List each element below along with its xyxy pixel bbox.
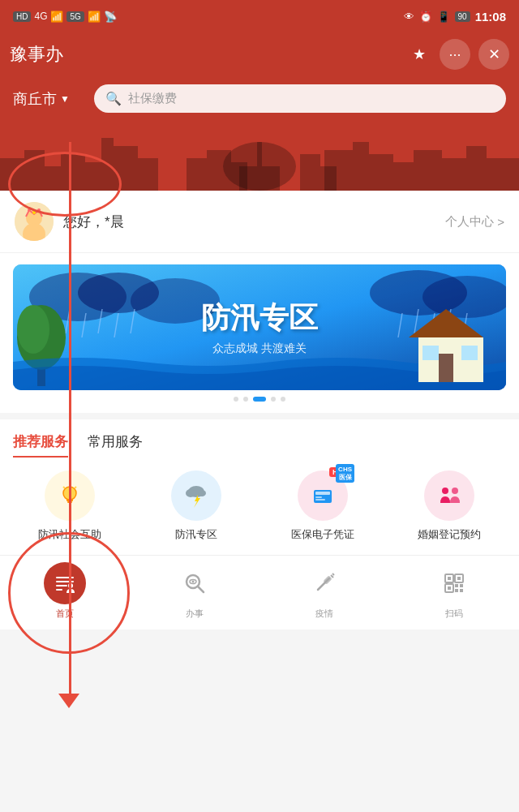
profile-link-text: 个人中心: [445, 214, 494, 230]
svg-point-28: [28, 208, 31, 212]
status-right: 👁 ⏰ 📱 90 11:08: [404, 10, 507, 24]
svg-point-66: [198, 490, 206, 496]
browser-title: 豫事办: [10, 42, 63, 67]
tab-common[interactable]: 常用服务: [88, 432, 143, 458]
svg-point-75: [452, 488, 458, 494]
svg-rect-59: [67, 501, 72, 503]
svg-point-29: [32, 211, 36, 214]
service-item-flood-zone[interactable]: 防汛专区: [139, 470, 253, 542]
svg-point-30: [37, 208, 41, 212]
svg-rect-53: [439, 354, 453, 382]
dot-2: [243, 397, 248, 402]
avatar: [15, 202, 54, 241]
services-grid: 防汛社会互助 防汛专区: [13, 470, 506, 555]
eye-icon: 👁: [404, 11, 414, 23]
svg-point-73: [436, 483, 462, 509]
svg-rect-79: [56, 589, 62, 591]
banner-area: 防汛专区 众志成城 共渡难关: [0, 253, 519, 413]
svg-rect-58: [66, 499, 73, 501]
services-tabs: 推荐服务 常用服务: [13, 432, 506, 458]
user-card: 您好，*晨 个人中心 >: [0, 191, 519, 253]
dropdown-arrow-icon: ▼: [60, 93, 70, 105]
banner-dots: [13, 397, 506, 402]
svg-line-82: [198, 586, 204, 592]
more-button[interactable]: ···: [440, 39, 470, 70]
nav-icon-search: [174, 562, 216, 604]
svg-rect-3: [45, 166, 61, 191]
services-section: 推荐服务 常用服务 防汛社会互助: [0, 419, 519, 555]
svg-rect-77: [56, 581, 74, 582]
svg-line-62: [63, 487, 65, 488]
nav-label-search: 办事: [186, 608, 204, 620]
service-icon-marriage: [424, 470, 474, 521]
service-item-marriage[interactable]: 婚姻登记预约: [392, 470, 506, 542]
dot-3-active: [253, 397, 266, 402]
search-placeholder-text: 社保缴费: [128, 91, 177, 106]
service-item-medical[interactable]: HOT CHS医保 医保电子凭证: [266, 470, 380, 542]
banner-sub-text: 众志成城 共渡难关: [212, 342, 307, 356]
svg-rect-76: [56, 577, 74, 578]
nav-item-home[interactable]: 首页: [0, 562, 130, 620]
star-button[interactable]: ★: [407, 42, 431, 67]
svg-rect-1: [0, 158, 24, 191]
svg-rect-20: [187, 158, 207, 191]
svg-rect-97: [455, 589, 458, 592]
svg-rect-19: [257, 142, 262, 166]
svg-rect-71: [315, 496, 322, 498]
app-header: 商丘市 ▼ 🔍 社保缴费: [0, 76, 519, 126]
svg-rect-5: [85, 162, 101, 191]
skyline-svg: [0, 126, 519, 191]
svg-rect-14: [442, 158, 466, 191]
svg-rect-8: [138, 158, 158, 191]
profile-link-arrow-icon: >: [497, 215, 504, 229]
svg-point-65: [186, 489, 195, 497]
city-name: 商丘市: [13, 89, 57, 109]
nav-icon-qr: [433, 562, 475, 604]
svg-rect-13: [414, 150, 442, 191]
city-selector[interactable]: 商丘市 ▼: [13, 89, 86, 109]
svg-line-88: [332, 574, 334, 575]
search-row: 商丘市 ▼ 🔍 社保缴费: [13, 84, 506, 113]
close-button[interactable]: ✕: [478, 39, 509, 70]
svg-rect-23: [300, 154, 320, 191]
svg-rect-96: [460, 584, 463, 587]
status-bar: HD 4G 📶 5G 📶 📡 👁 ⏰ 📱 90 11:08: [0, 0, 519, 32]
svg-rect-7: [114, 146, 138, 191]
svg-line-61: [75, 487, 76, 488]
svg-rect-11: [369, 154, 393, 191]
nav-label-vaccine: 疫情: [315, 608, 333, 620]
banner-image[interactable]: 防汛专区 众志成城 共渡难关: [13, 264, 506, 390]
service-item-flood-social[interactable]: 防汛社会互助: [13, 470, 127, 542]
signal-bars-2: 📶: [88, 11, 101, 23]
dot-4: [271, 397, 276, 402]
svg-rect-55: [461, 346, 478, 360]
5g-badge: 5G: [66, 11, 84, 22]
profile-link[interactable]: 个人中心 >: [445, 214, 504, 230]
svg-rect-70: [315, 492, 330, 495]
banner-content: 防汛专区 众志成城 共渡难关: [201, 299, 318, 356]
avatar-svg: [15, 202, 54, 241]
dot-1: [234, 397, 238, 402]
bottom-nav: 首页 办事: [0, 555, 519, 629]
service-label-flood-zone: 防汛专区: [175, 527, 217, 542]
svg-rect-12: [393, 162, 414, 191]
signal-bars: 📶: [50, 11, 63, 23]
search-box[interactable]: 🔍 社保缴费: [94, 84, 506, 113]
hd-badge: HD: [13, 11, 31, 22]
svg-rect-6: [101, 138, 114, 191]
svg-point-50: [17, 305, 49, 354]
nav-item-qr[interactable]: 扫码: [389, 562, 519, 620]
svg-rect-54: [422, 346, 439, 360]
svg-point-80: [68, 583, 73, 588]
user-left: 您好，*晨: [15, 202, 124, 241]
time-display: 11:08: [475, 10, 506, 24]
service-icon-flood-social: [45, 470, 95, 521]
alarm-icon: ⏰: [419, 11, 432, 23]
nav-item-vaccine[interactable]: 疫情: [260, 562, 389, 620]
nav-item-search[interactable]: 办事: [130, 562, 260, 620]
tab-recommended[interactable]: 推荐服务: [13, 432, 68, 458]
svg-line-87: [331, 575, 333, 578]
svg-rect-98: [460, 589, 463, 592]
service-icon-flood-zone: [171, 470, 221, 521]
nav-icon-vaccine: [303, 562, 345, 604]
